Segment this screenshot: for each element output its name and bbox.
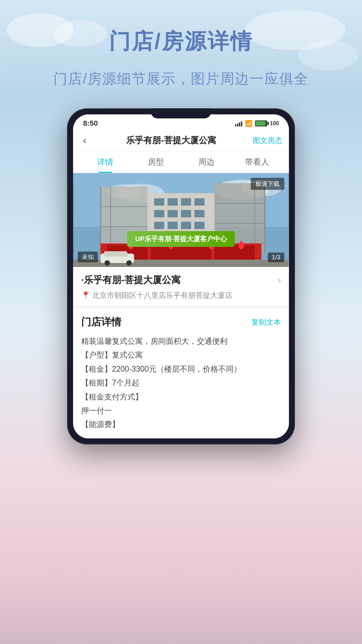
tab-room-type[interactable]: 房型: [130, 151, 181, 173]
image-status-label: 未知: [78, 252, 98, 262]
section-title: 门店详情: [81, 315, 121, 329]
detail-line-1: 精装温馨复式公寓，房间面积大，交通便利: [81, 334, 281, 348]
store-banner: UP乐乎有朋·菩提大厦客户中心: [127, 231, 235, 247]
svg-rect-9: [181, 198, 191, 206]
signal-icon: [235, 120, 242, 126]
tab-agent[interactable]: 带看人: [232, 151, 282, 173]
status-time: 8:50: [83, 119, 98, 128]
svg-rect-12: [168, 210, 178, 217]
phone-screen: 8:50 📶: [73, 114, 289, 438]
svg-point-43: [126, 260, 132, 266]
svg-rect-16: [168, 222, 178, 229]
svg-rect-17: [181, 222, 191, 229]
store-details: 门店详情 复制文本 精装温馨复式公寓，房间面积大，交通便利 【户型】复式公寓 【…: [73, 309, 289, 438]
section-header: 门店详情 复制文本: [81, 315, 281, 329]
status-icons: 📶 100: [235, 120, 279, 127]
battery-icon: [255, 120, 267, 126]
svg-rect-34: [215, 245, 255, 260]
battery-percent: 100: [270, 120, 279, 126]
property-name-row: ·乐乎有朋-菩提大厦公寓 ›: [81, 274, 281, 286]
phone-mockup: 8:50 📶: [0, 108, 362, 444]
detail-line-4: 【租期】7个月起: [81, 376, 281, 390]
title-section: 门店/房源详情 门店/房源细节展示，图片周边一应俱全: [0, 0, 362, 88]
tab-details[interactable]: 详情: [80, 151, 130, 173]
phone-notch: [151, 108, 211, 118]
svg-point-38: [239, 241, 244, 249]
back-button[interactable]: ‹: [80, 135, 89, 146]
store-description: 精装温馨复式公寓，房间面积大，交通便利 【户型】复式公寓 【租金】2200-33…: [81, 334, 281, 432]
copy-text-button[interactable]: 复制文本: [251, 317, 281, 327]
svg-rect-15: [154, 222, 164, 229]
phone-frame: 8:50 📶: [67, 108, 295, 444]
property-image: UP乐乎有朋·菩提大厦客户中心 极速下载 未知 1/3: [73, 173, 289, 267]
property-address: 📍 北京市朝阳区十八里店乐乎有朋菩提大厦店: [81, 290, 281, 301]
header-action-button[interactable]: 图文房态: [253, 136, 282, 146]
svg-rect-14: [194, 210, 204, 217]
image-counter: 1/3: [268, 253, 284, 262]
svg-rect-41: [104, 251, 127, 257]
property-info: ·乐乎有朋-菩提大厦公寓 › 📍 北京市朝阳区十八里店乐乎有朋菩提大厦店: [73, 267, 289, 309]
detail-line-6: 押一付一: [81, 404, 281, 418]
svg-rect-33: [151, 245, 211, 260]
detail-line-2: 【户型】复式公寓: [81, 348, 281, 362]
svg-rect-8: [168, 198, 178, 206]
page-title: 门店/房源详情: [0, 27, 362, 56]
svg-rect-7: [154, 198, 164, 206]
tab-nearby[interactable]: 周边: [181, 151, 232, 173]
svg-rect-13: [181, 210, 191, 217]
download-button[interactable]: 极速下载: [251, 178, 284, 190]
wifi-icon: 📶: [245, 120, 252, 127]
svg-rect-10: [194, 198, 204, 206]
svg-rect-11: [154, 210, 164, 217]
app-header: ‹ 乐乎有朋-菩提大厦公寓 图文房态: [73, 131, 289, 151]
detail-line-3: 【租金】2200-3300元（楼层不同，价格不同）: [81, 362, 281, 376]
tabs-bar: 详情 房型 周边 带看人: [73, 151, 289, 173]
header-title: 乐乎有朋-菩提大厦公寓: [89, 135, 253, 146]
page-subtitle: 门店/房源细节展示，图片周边一应俱全: [0, 69, 362, 88]
property-name: ·乐乎有朋-菩提大厦公寓: [81, 274, 181, 286]
svg-point-42: [105, 260, 110, 266]
chevron-right-icon[interactable]: ›: [278, 275, 281, 285]
detail-line-5: 【租金支付方式】: [81, 390, 281, 404]
detail-line-7: 【能源费】: [81, 418, 281, 431]
address-text: 北京市朝阳区十八里店乐乎有朋菩提大厦店: [92, 290, 232, 301]
location-pin-icon: 📍: [81, 291, 90, 300]
svg-rect-18: [194, 222, 204, 229]
